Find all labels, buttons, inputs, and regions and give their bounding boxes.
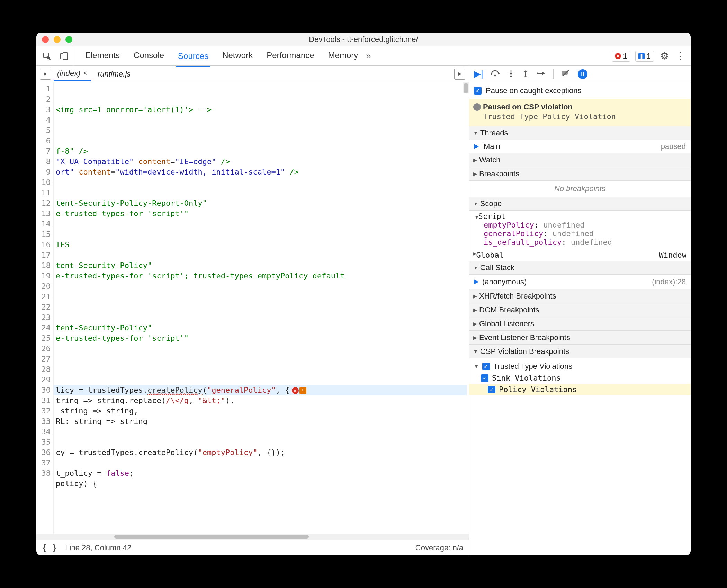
callstack-frame[interactable]: (anonymous) (index):28 bbox=[469, 275, 691, 289]
code-line[interactable]: licy = trustedTypes.createPolicy("genera… bbox=[54, 385, 467, 395]
pause-on-exceptions-icon[interactable]: II bbox=[578, 69, 587, 79]
code-line[interactable]: e-trusted-types-for 'script'; trusted-ty… bbox=[56, 271, 467, 281]
step-into-icon[interactable] bbox=[508, 69, 514, 79]
message-counter[interactable]: ❚1 bbox=[635, 51, 654, 62]
threads-header[interactable]: ▼Threads bbox=[469, 126, 691, 140]
more-tabs-icon[interactable]: » bbox=[363, 51, 374, 62]
device-icon[interactable] bbox=[59, 51, 70, 62]
main-tabbar: ElementsConsoleSourcesNetworkPerformance… bbox=[36, 46, 691, 66]
tab-performance[interactable]: Performance bbox=[264, 46, 316, 66]
code-line[interactable]: f-8" /> bbox=[56, 146, 467, 157]
code-line[interactable] bbox=[56, 281, 467, 292]
close-icon[interactable]: × bbox=[83, 69, 87, 77]
file-tab[interactable]: (index)× bbox=[54, 67, 91, 81]
step-over-icon[interactable] bbox=[491, 69, 500, 79]
checkbox-icon[interactable]: ✓ bbox=[488, 386, 495, 393]
code-line[interactable]: policy) { bbox=[56, 479, 467, 489]
code-content[interactable]: <img src=1 onerror='alert(1)'> -->f-8" /… bbox=[54, 82, 469, 534]
section-header[interactable]: ▶DOM Breakpoints bbox=[469, 303, 691, 317]
code-line[interactable] bbox=[56, 125, 467, 136]
code-line[interactable] bbox=[56, 250, 467, 260]
tab-elements[interactable]: Elements bbox=[83, 46, 122, 66]
scope-variable[interactable]: emptyPolicy: undefined bbox=[484, 221, 688, 229]
pretty-print-icon[interactable]: { } bbox=[42, 543, 57, 553]
code-line[interactable] bbox=[56, 375, 467, 385]
scope-global-row[interactable]: ▶Global Window bbox=[469, 249, 691, 261]
code-line[interactable] bbox=[56, 292, 467, 302]
panel-tabs: ElementsConsoleSourcesNetworkPerformance… bbox=[83, 46, 360, 66]
code-line[interactable]: tent-Security-Policy" bbox=[56, 323, 467, 333]
scope-script-label[interactable]: Script bbox=[478, 212, 505, 221]
code-line[interactable] bbox=[56, 364, 467, 375]
watch-header[interactable]: ▶Watch bbox=[469, 153, 691, 167]
kebab-icon[interactable]: ⋮ bbox=[675, 51, 686, 62]
code-line[interactable]: "X-UA-Compatible" content="IE=edge" /> bbox=[56, 157, 467, 167]
code-line[interactable] bbox=[56, 344, 467, 354]
policy-violations-row[interactable]: ✓ Policy Violations bbox=[469, 384, 691, 395]
inspect-icon[interactable] bbox=[41, 51, 52, 62]
code-line[interactable]: e-trusted-types-for 'script'" bbox=[56, 333, 467, 344]
code-line[interactable]: RL: string => string bbox=[56, 416, 467, 427]
step-icon[interactable] bbox=[537, 69, 546, 79]
code-line[interactable] bbox=[56, 302, 467, 312]
code-line[interactable] bbox=[56, 489, 467, 499]
scope-variable[interactable]: generalPolicy: undefined bbox=[484, 229, 688, 238]
sources-pane: (index)×runtime.js 123456789101112131415… bbox=[36, 66, 469, 555]
callstack-header[interactable]: ▼Call Stack bbox=[469, 261, 691, 275]
tab-memory[interactable]: Memory bbox=[326, 46, 360, 66]
code-line[interactable] bbox=[56, 312, 467, 323]
scope-variable[interactable]: is_default_policy: undefined bbox=[484, 238, 688, 247]
file-tab[interactable]: runtime.js bbox=[94, 67, 134, 81]
code-editor[interactable]: 1234567891011121314151617181920212223242… bbox=[36, 82, 469, 534]
coverage-status: Coverage: n/a bbox=[415, 543, 463, 552]
code-line[interactable] bbox=[56, 354, 467, 364]
resume-icon[interactable]: ▶| bbox=[474, 69, 483, 79]
vertical-scrollbar[interactable] bbox=[463, 82, 469, 93]
section-header[interactable]: ▶XHR/fetch Breakpoints bbox=[469, 289, 691, 303]
code-line[interactable] bbox=[56, 188, 467, 198]
thread-main-row[interactable]: Main paused bbox=[469, 140, 691, 153]
checkbox-icon[interactable]: ✓ bbox=[474, 87, 482, 95]
code-line[interactable]: tring => string.replace(/\</g, "&lt;"), bbox=[56, 395, 467, 406]
checkbox-icon[interactable]: ✓ bbox=[482, 363, 490, 370]
breakpoints-header[interactable]: ▶Breakpoints bbox=[469, 167, 691, 181]
callstack-fn: (anonymous) bbox=[482, 277, 527, 286]
code-line[interactable]: ort" content="width=device-width, initia… bbox=[56, 167, 467, 177]
navigator-icon[interactable] bbox=[40, 69, 51, 80]
horizontal-scrollbar[interactable] bbox=[36, 534, 469, 540]
section-header[interactable]: ▶Global Listeners bbox=[469, 317, 691, 331]
scope-header[interactable]: ▼Scope bbox=[469, 197, 691, 211]
code-line[interactable] bbox=[56, 115, 467, 125]
code-line[interactable]: t_policy = false; bbox=[56, 468, 467, 479]
error-counter[interactable]: ✕1 bbox=[612, 51, 630, 62]
pause-caught-row[interactable]: ✓ Pause on caught exceptions bbox=[469, 82, 691, 99]
deactivate-breakpoints-icon[interactable] bbox=[561, 69, 570, 79]
code-line[interactable]: tent-Security-Policy-Report-Only" bbox=[56, 198, 467, 208]
code-line[interactable]: IES bbox=[56, 240, 467, 250]
code-line[interactable] bbox=[56, 136, 467, 146]
code-line[interactable]: string => string, bbox=[56, 406, 467, 416]
section-header[interactable]: ▶Event Listener Breakpoints bbox=[469, 331, 691, 345]
code-line[interactable] bbox=[56, 458, 467, 468]
settings-icon[interactable]: ⚙ bbox=[659, 51, 670, 62]
file-tabbar: (index)×runtime.js bbox=[36, 66, 469, 82]
code-line[interactable]: cy = trustedTypes.createPolicy("emptyPol… bbox=[56, 447, 467, 458]
code-line[interactable] bbox=[56, 177, 467, 188]
tab-network[interactable]: Network bbox=[220, 46, 255, 66]
code-line[interactable] bbox=[56, 437, 467, 447]
code-line[interactable]: e-trusted-types-for 'script'" bbox=[56, 208, 467, 219]
step-out-icon[interactable] bbox=[522, 69, 529, 79]
code-line[interactable] bbox=[56, 219, 467, 229]
section-header[interactable]: ▼CSP Violation Breakpoints bbox=[469, 345, 691, 358]
tt-violations-row[interactable]: ▼ ✓ Trusted Type Violations bbox=[474, 360, 686, 372]
tab-console[interactable]: Console bbox=[132, 46, 166, 66]
code-line[interactable] bbox=[56, 229, 467, 240]
code-line[interactable]: <img src=1 onerror='alert(1)'> --> bbox=[56, 105, 467, 115]
tab-sources[interactable]: Sources bbox=[176, 46, 210, 67]
scope-global-value: Window bbox=[659, 251, 686, 259]
code-line[interactable] bbox=[56, 427, 467, 437]
checkbox-icon[interactable]: ✓ bbox=[481, 374, 488, 382]
sink-violations-row[interactable]: ✓ Sink Violations bbox=[474, 372, 686, 384]
snippets-icon[interactable] bbox=[454, 69, 465, 80]
code-line[interactable]: tent-Security-Policy" bbox=[56, 260, 467, 271]
